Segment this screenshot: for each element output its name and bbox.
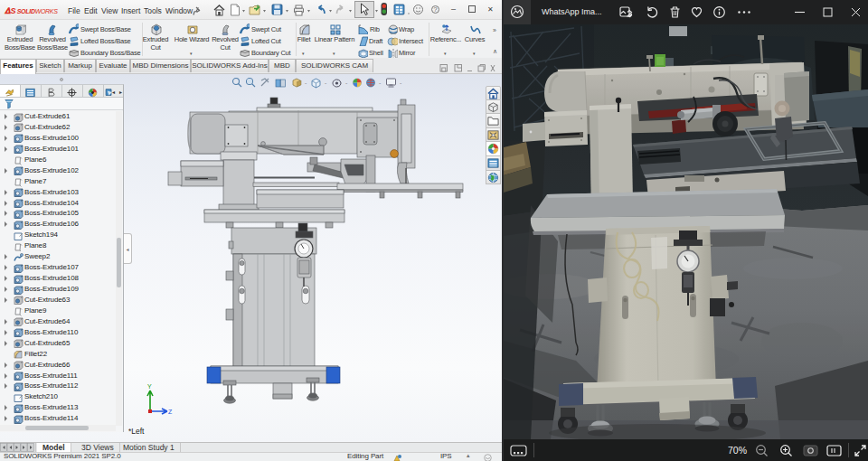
svg-text:-: -: [379, 80, 382, 86]
svg-text:-: -: [305, 80, 307, 86]
svg-text:-: -: [325, 80, 327, 86]
svg-text:-: -: [345, 80, 348, 86]
svg-text:Y: Y: [147, 383, 152, 390]
svg-text:-: -: [400, 80, 402, 86]
svg-text:Z: Z: [168, 409, 173, 415]
